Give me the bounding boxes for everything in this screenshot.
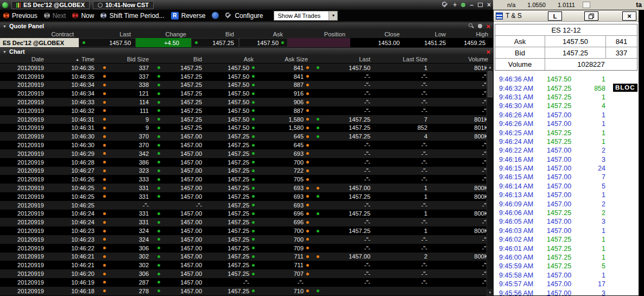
ts-close-button[interactable]: ×: [622, 11, 636, 21]
ts-trade-row: 9:46:02 AM 1457.25 1: [499, 235, 639, 244]
trade-price: 1457.00: [547, 289, 586, 296]
trade-price: 1457.00: [547, 272, 586, 279]
tools-icon[interactable]: [442, 2, 449, 8]
cell-ask: 1457.25: [207, 175, 258, 184]
cell-bid: 1457.00: [154, 287, 207, 295]
title-contract-tab[interactable]: ES Dec'12 @GLOBEX: [11, 1, 90, 9]
scroll-down-icon[interactable]: ▼: [487, 289, 493, 296]
column-header-last[interactable]: Last: [313, 55, 375, 63]
fragment-value: 1.0111: [558, 2, 575, 8]
trade-size: 2: [586, 147, 605, 154]
ts-trade-row: 9:46:09 AM 1457.00 2: [499, 199, 639, 208]
column-header-last-size[interactable]: Last Size: [375, 55, 432, 63]
configure-button[interactable]: Configure: [225, 12, 263, 20]
cell-bid-size: 337: [99, 72, 154, 81]
previous-button[interactable]: Previous: [3, 12, 37, 20]
collapse-icon[interactable]: ▼: [3, 50, 7, 54]
cell-bid: 1457.25: [154, 64, 207, 72]
column-header-time[interactable]: ▲ Time: [49, 55, 99, 63]
cell-ask-size: -"-: [258, 278, 313, 287]
trade-time: 9:46:32 AM: [499, 85, 547, 92]
ts-l-button[interactable]: L: [548, 11, 562, 21]
chart-panel-close-icon[interactable]: ×: [486, 48, 490, 55]
cell-bid: 1457.25: [154, 124, 207, 133]
cell-last-size: -"-: [375, 218, 432, 226]
column-header-ask-size[interactable]: Ask Size: [258, 55, 313, 63]
ts-trade-row: 9:45:58 AM 1457.00 1: [499, 271, 639, 280]
trades-filter-select[interactable]: Show All Trades ▼: [274, 11, 338, 21]
shift-time-period-button[interactable]: Shift Time Period...: [100, 12, 164, 20]
reverse-button[interactable]: R Reverse: [171, 12, 206, 20]
column-header-volume[interactable]: Volume: [432, 55, 493, 63]
cell-ask: 1457.25: [207, 149, 258, 158]
column-header-bid[interactable]: Bid: [154, 55, 207, 63]
tick-dot: [306, 75, 309, 78]
column-header-ask[interactable]: Ask: [207, 55, 258, 63]
ts-restore-button[interactable]: [584, 11, 598, 21]
chart-panel-header[interactable]: ▼ Chart ×: [0, 47, 493, 55]
trade-size: 5: [586, 182, 605, 190]
cell-ask-size: 711: [258, 261, 313, 269]
pin-icon[interactable]: [478, 24, 482, 28]
quote-panel-header[interactable]: ▼ Quote Panel ×: [0, 22, 493, 30]
cell-ask-size: 700: [258, 158, 313, 167]
pin-icon[interactable]: [461, 3, 465, 7]
column-header-bid-size[interactable]: Bid Size: [99, 55, 154, 63]
tick-dot: [157, 66, 160, 69]
cell-ask: 1457.25: [207, 235, 258, 244]
magnifier-icon[interactable]: [469, 23, 474, 29]
add-icon[interactable]: +: [453, 2, 457, 8]
collapse-icon[interactable]: ▼: [3, 24, 7, 28]
cell-time: 10:46:24: [49, 210, 99, 218]
maximize-button[interactable]: [478, 3, 483, 7]
cell-date: 20120919: [0, 175, 49, 184]
refresh-button[interactable]: [212, 12, 219, 19]
tick-dot: [103, 161, 106, 163]
close-button[interactable]: ×: [487, 2, 491, 8]
ts-title-bar[interactable]: T & S L ×: [494, 10, 639, 22]
column-header: Change: [136, 30, 191, 38]
vertical-scrollbar[interactable]: ▲ ▼: [487, 64, 493, 296]
clock-icon: [98, 3, 103, 8]
table-row: 20120919 10:46:34 121 1457.25 1457.50 91…: [0, 89, 493, 98]
tick-dot: [306, 92, 309, 95]
quote-panel-close-icon[interactable]: ×: [486, 23, 490, 30]
cell-bid-size: 324: [99, 235, 154, 244]
cell-bid: 1457.00: [154, 235, 207, 244]
table-row: 20120919 10:46:26 333 1457.00 1457.25 70…: [0, 175, 493, 184]
fragment-button: [583, 2, 590, 8]
cell-time: 10:46:19: [49, 278, 99, 287]
title-bar[interactable]: ES Dec'12 @GLOBEX 10:41-Now CST + – ×: [0, 0, 493, 10]
cell-ask: 1457.50: [207, 115, 258, 124]
trade-time: 9:46:25 AM: [499, 129, 547, 137]
cell-date: 20120919: [0, 269, 49, 278]
tick-dot: [317, 255, 319, 258]
quote-contract-cell[interactable]: ES Dec'12 @GLOBEX: [0, 38, 79, 47]
now-button[interactable]: Now: [72, 12, 94, 20]
quote-row[interactable]: ES Dec'12 @GLOBEX 1457.50 +4.50 1457.25 …: [0, 38, 493, 47]
cell-last-size: -"-: [375, 158, 432, 167]
cell-ask-size: 693: [258, 149, 313, 158]
ts-volume-label: Volume: [495, 59, 545, 70]
cell-last: [313, 287, 375, 295]
tick-dot: [252, 169, 255, 172]
cell-bid-size: 370: [99, 141, 154, 149]
column-header: Close: [350, 30, 405, 38]
scrollbar-thumb[interactable]: [488, 71, 493, 97]
minimize-button[interactable]: –: [470, 2, 473, 8]
cell-date: 20120919: [0, 218, 49, 226]
scroll-up-icon[interactable]: ▲: [487, 64, 493, 71]
tick-dot: [103, 152, 106, 155]
cell-last-size: 1: [375, 210, 432, 218]
dropdown-arrow-icon[interactable]: ▼: [329, 11, 337, 20]
tick-dot: [157, 247, 160, 249]
cell-time: 10:46:30: [49, 132, 99, 141]
column-header: Low: [405, 30, 451, 38]
tick-dot: [103, 221, 106, 224]
title-timerange-tab[interactable]: 10:41-Now CST: [93, 1, 154, 9]
trade-price: 1457.00: [547, 147, 586, 154]
table-row: 20120919 10:46:25 -"- -"- 1457.25 693 -"…: [0, 201, 493, 210]
next-button[interactable]: Next: [44, 12, 66, 20]
column-header-date[interactable]: Date: [0, 55, 49, 63]
trade-price: 1457.00: [547, 182, 586, 190]
